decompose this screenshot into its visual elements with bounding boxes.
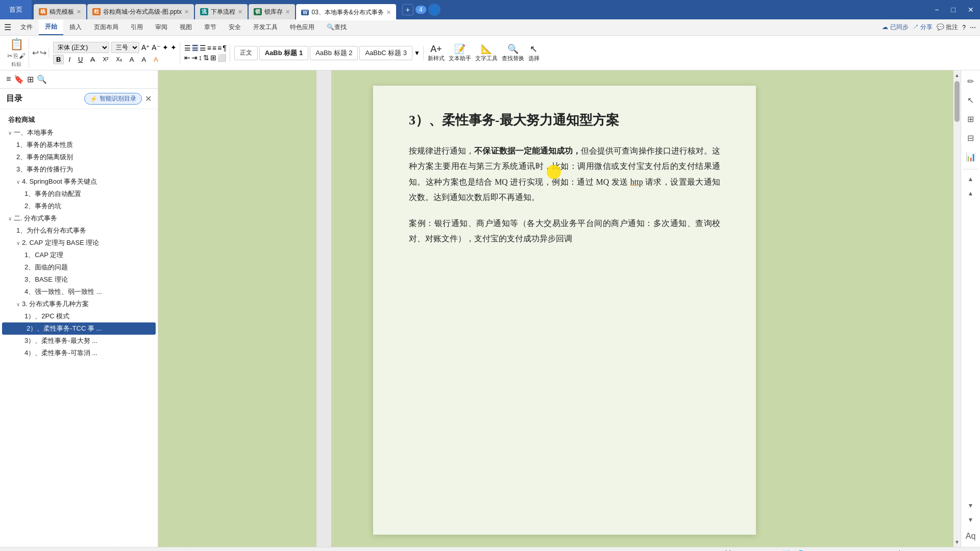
style-h2[interactable]: AaBb 标题 2 xyxy=(310,46,358,60)
comment-button[interactable]: 💬 批注 xyxy=(937,23,958,32)
toc-item-reliable[interactable]: 4）、柔性事务-可靠消 ... xyxy=(0,347,158,359)
rs-grid-icon[interactable]: ⊟ xyxy=(965,131,976,145)
toc-item-2pc[interactable]: 1）、2PC 模式 xyxy=(0,310,158,322)
toc-item-cap-section[interactable]: ∨ 2. CAP 定理与 BASE 理论 xyxy=(0,237,158,249)
ribbon-menu-icon[interactable]: ☰ xyxy=(4,22,11,32)
minimize-button[interactable]: − xyxy=(928,6,945,14)
ribbon-tab-apps[interactable]: 特色应用 xyxy=(284,20,321,35)
font-color-button[interactable]: A xyxy=(151,55,161,64)
profile-button[interactable]: 👤 xyxy=(428,4,440,16)
more-button[interactable]: ⋯ xyxy=(970,24,976,31)
rs-table-icon[interactable]: ⊞ xyxy=(965,112,976,126)
indent-less-button[interactable]: ⇤ xyxy=(184,54,190,62)
font-size-select[interactable]: 三号 xyxy=(111,42,139,53)
ribbon-tab-dev[interactable]: 开发工具 xyxy=(247,20,284,35)
sidebar-bookmark-icon[interactable]: 🔖 xyxy=(14,74,24,84)
share-button[interactable]: ↗ 分享 xyxy=(913,23,933,32)
tab-nacos[interactable]: 锁 锁库存 ✕ xyxy=(249,4,295,19)
multilevel-list-button[interactable]: ☰ xyxy=(200,44,206,52)
tab-ppt-close[interactable]: ✕ xyxy=(184,9,189,15)
ribbon-tab-start[interactable]: 开始 xyxy=(39,19,63,35)
sidebar-nav-icon[interactable]: ≡ xyxy=(6,74,11,84)
shading-button[interactable]: ⬜ xyxy=(217,54,226,62)
show-para-button[interactable]: ¶ xyxy=(223,44,227,52)
tab-flow[interactable]: 流 下单流程 ✕ xyxy=(195,4,248,19)
text-assist-button[interactable]: 📝 文本助手 xyxy=(449,43,471,62)
tab-template-close[interactable]: ✕ xyxy=(77,9,81,15)
toc-root-item[interactable]: 谷粒商城 xyxy=(0,113,158,127)
toc-item-cap[interactable]: 1、CAP 定理 xyxy=(0,249,158,261)
font-increase-button[interactable]: A⁺ xyxy=(141,43,150,52)
tab-flow-close[interactable]: ✕ xyxy=(238,9,242,15)
tab-ppt[interactable]: 粒 谷粒商城-分布式高级-图.pptx ✕ xyxy=(87,4,194,19)
toc-item-base[interactable]: 3、BASE 理论 xyxy=(0,273,158,286)
tab-template[interactable]: 稿 稿壳模板 ✕ xyxy=(34,4,86,19)
toc-item-why-dist[interactable]: 1、为什么有分布式事务 xyxy=(0,224,158,237)
find-replace-button[interactable]: 🔍 查找替换 xyxy=(502,43,524,62)
num-list-button[interactable]: ☰ xyxy=(192,44,199,52)
bold-button[interactable]: B xyxy=(53,55,64,64)
text-tool-button[interactable]: 📐 文字工具 xyxy=(475,43,498,62)
toc-item-problems[interactable]: 2、面临的问题 xyxy=(0,261,158,273)
toc-item-springboot[interactable]: ∨ 4. SpringBoot 事务关键点 xyxy=(0,176,158,188)
copy-button[interactable]: ⎘ xyxy=(14,52,18,60)
toc-item-max-effort[interactable]: 3）、柔性事务-最大努 ... xyxy=(0,335,158,347)
strikethrough-button[interactable]: A̶ xyxy=(87,55,98,64)
subscript-button[interactable]: X₂ xyxy=(113,55,125,64)
ribbon-tab-ref[interactable]: 引用 xyxy=(125,20,149,35)
help-button[interactable]: ? xyxy=(962,24,966,31)
rs-scroll-icon2[interactable]: ▲ xyxy=(967,189,975,198)
ribbon-tab-security[interactable]: 安全 xyxy=(223,20,247,35)
home-tab[interactable]: 首页 xyxy=(0,0,32,19)
doc-para1[interactable]: 按规律进行通知，不保证数据一定能通知成功，但会提供可查询操作接口进行核对。这种方… xyxy=(409,143,720,206)
tab-doc-close[interactable]: ✕ xyxy=(386,9,391,16)
toc-item-basic[interactable]: 1、事务的基本性质 xyxy=(0,139,158,151)
redo-button[interactable]: ↪ xyxy=(40,48,46,58)
sidebar-find-icon[interactable]: 🔍 xyxy=(37,74,47,84)
style-h3[interactable]: AaBbC 标题 3 xyxy=(359,46,412,60)
select-button[interactable]: ↖ 选择 xyxy=(528,43,540,62)
align-center-button[interactable]: ≡ xyxy=(212,44,216,52)
new-style-button[interactable]: A+ 新样式 xyxy=(428,44,445,62)
bullet-list-button[interactable]: ☰ xyxy=(184,44,191,52)
font-options-button[interactable]: ✦ xyxy=(170,43,177,52)
font-decrease-button[interactable]: A⁻ xyxy=(152,43,160,52)
font-color-bg-button[interactable]: A xyxy=(127,55,137,64)
rs-chart-icon[interactable]: 📊 xyxy=(964,150,978,164)
sort-button[interactable]: ⇅ xyxy=(203,54,209,62)
ribbon-tab-file[interactable]: 文件 xyxy=(14,20,39,35)
ai-identify-button[interactable]: ⚡ 智能识别目录 xyxy=(84,93,142,105)
sidebar-thumb-icon[interactable]: ⊞ xyxy=(27,74,34,84)
ribbon-tab-layout[interactable]: 页面布局 xyxy=(88,20,125,35)
style-normal[interactable]: 正文 xyxy=(234,46,258,60)
rs-scroll-icon3[interactable]: ▼ xyxy=(967,501,975,510)
ribbon-tab-search[interactable]: 🔍查找 xyxy=(321,20,353,35)
sidebar-close-icon[interactable]: ✕ xyxy=(145,94,152,104)
vertical-scrollbar[interactable]: ▲ ▼ xyxy=(953,70,961,547)
toc-item-tcc-active[interactable]: 2）、柔性事务-TCC 事 ... xyxy=(2,322,156,335)
border-button[interactable]: ⊞ xyxy=(210,54,216,62)
undo-button[interactable]: ↩ xyxy=(32,48,39,58)
clear-format-button[interactable]: ✦ xyxy=(162,43,168,52)
cut-button[interactable]: ✂ xyxy=(7,52,13,60)
toc-item-dist-solutions[interactable]: ∨ 3. 分布式事务几种方案 xyxy=(0,298,158,310)
close-button[interactable]: ✕ xyxy=(962,6,980,14)
maximize-button[interactable]: □ xyxy=(945,6,962,14)
indent-more-button[interactable]: ⇥ xyxy=(191,54,198,62)
rs-scroll-up-icon[interactable]: ▲ xyxy=(967,174,975,184)
align-left-button[interactable]: ≡ xyxy=(207,44,211,52)
tab-nacos-close[interactable]: ✕ xyxy=(285,9,290,15)
toc-item-consistency[interactable]: 4、强一致性、弱一致性 ... xyxy=(0,286,158,298)
italic-button[interactable]: I xyxy=(65,55,74,64)
ribbon-tab-view[interactable]: 视图 xyxy=(174,20,198,35)
doc-para2[interactable]: 案例：银行通知、商户通知等（各大交易业务平台间的商户通知：多次通知、查询校对、对… xyxy=(409,216,720,247)
toc-item-propagation[interactable]: 3、事务的传播行为 xyxy=(0,163,158,176)
rs-cursor-icon[interactable]: ↖ xyxy=(965,93,976,107)
highlight-button[interactable]: A xyxy=(138,55,149,64)
toc-item-local-tx[interactable]: ∨ 一、本地事务 xyxy=(0,127,158,139)
new-tab-button[interactable]: + xyxy=(402,4,413,15)
toc-item-isolation[interactable]: 2、事务的隔离级别 xyxy=(0,151,158,163)
underline-button[interactable]: U xyxy=(75,55,86,64)
scroll-thumb[interactable] xyxy=(954,81,960,122)
format-paint-button[interactable]: 🖌 xyxy=(19,52,26,60)
